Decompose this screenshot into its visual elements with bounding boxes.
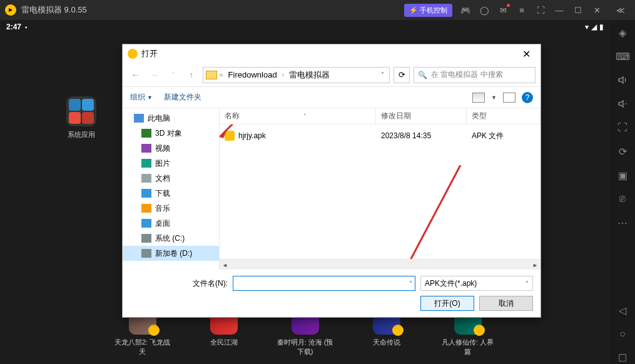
view-mode-button[interactable] bbox=[472, 93, 485, 103]
sidebar-item-icon bbox=[141, 174, 151, 183]
bolt-icon: ⚡ bbox=[409, 6, 418, 14]
breadcrumb-current[interactable]: 雷电模拟器 bbox=[287, 69, 332, 81]
view-dropdown-icon[interactable]: ▼ bbox=[491, 94, 497, 101]
preview-pane-button[interactable] bbox=[503, 93, 516, 103]
volume-up-icon[interactable] bbox=[616, 74, 629, 86]
right-toolbar: ◈ ⌨ ⛶ ⟳ ▣ ⎚ ⋯ ◁ ○ ☐ bbox=[610, 20, 635, 364]
file-list[interactable]: hjrjy.apk 2023/8/8 14:35 APK 文件 bbox=[220, 124, 541, 259]
sidebar-item-label: 3D 对象 bbox=[155, 128, 182, 139]
sidebar-item-label: 新加卷 (D:) bbox=[155, 248, 192, 259]
recent-nav-icon[interactable]: ☐ bbox=[616, 351, 629, 364]
dialog-close-button[interactable]: ✕ bbox=[517, 48, 536, 60]
mail-icon[interactable]: ✉ bbox=[494, 0, 512, 20]
refresh-button[interactable]: ⟳ bbox=[394, 67, 410, 83]
folder-icon bbox=[66, 96, 96, 126]
breadcrumb-firedownload[interactable]: Firedownload bbox=[226, 70, 280, 79]
dialog-logo-icon bbox=[128, 49, 138, 59]
sidebar-item[interactable]: 下载 bbox=[123, 186, 219, 201]
sidebar-item-icon bbox=[141, 129, 151, 138]
file-open-dialog: 打开 ✕ ← → ˅ ↑ « Firedownload › 雷电模拟器 ˅ ⟳ … bbox=[122, 44, 541, 318]
sidebar-item-icon bbox=[141, 219, 151, 228]
minimize-button[interactable]: — bbox=[550, 0, 569, 20]
help-button[interactable]: ? bbox=[522, 92, 533, 103]
volume-down-icon[interactable] bbox=[616, 98, 629, 110]
cancel-button[interactable]: 取消 bbox=[479, 296, 533, 311]
file-row[interactable]: hjrjy.apk 2023/8/8 14:35 APK 文件 bbox=[220, 128, 541, 143]
sidebar-item[interactable]: 3D 对象 bbox=[123, 126, 219, 141]
organize-button[interactable]: 组织▼ bbox=[130, 92, 153, 103]
sidebar-item-icon bbox=[141, 249, 151, 258]
android-statusbar: 2:47 ▪ ▾ ◢ ▮ bbox=[0, 20, 610, 34]
sidebar-item[interactable]: 系统 (C:) bbox=[123, 231, 219, 246]
dialog-sidebar: 此电脑3D 对象视频图片文档下载音乐桌面系统 (C:)新加卷 (D:) bbox=[123, 108, 220, 270]
filename-input[interactable]: ˅ bbox=[233, 276, 415, 291]
scroll-right-button[interactable]: ► bbox=[530, 260, 541, 270]
address-bar[interactable]: « Firedownload › 雷电模拟器 ˅ bbox=[203, 67, 390, 83]
more-icon[interactable]: ⋯ bbox=[616, 216, 629, 229]
sync-icon[interactable]: ⎚ bbox=[616, 193, 629, 205]
sidebar-item-label: 视频 bbox=[155, 143, 170, 154]
back-nav-icon[interactable]: ◁ bbox=[616, 304, 629, 316]
breadcrumb-separator: « bbox=[220, 71, 223, 78]
file-type-filter[interactable]: APK文件(*.apk) ˅ bbox=[420, 276, 533, 291]
sidebar-item[interactable]: 新加卷 (D:) bbox=[123, 246, 219, 261]
sidebar-item-label: 下载 bbox=[155, 188, 170, 199]
search-icon: 🔍 bbox=[418, 71, 427, 79]
nav-recent-dropdown[interactable]: ˅ bbox=[165, 68, 180, 83]
sidebar-item[interactable]: 图片 bbox=[123, 156, 219, 171]
sidebar-item[interactable]: 视频 bbox=[123, 141, 219, 156]
horizontal-scrollbar[interactable]: ◄ ► bbox=[220, 259, 541, 270]
new-folder-button[interactable]: 新建文件夹 bbox=[164, 92, 201, 103]
status-badge-icon: ▪ bbox=[25, 24, 28, 31]
folder-icon bbox=[206, 71, 217, 79]
phone-control-button[interactable]: ⚡ 手机控制 bbox=[404, 4, 452, 17]
column-date[interactable]: 修改日期 bbox=[376, 108, 467, 124]
gamepad-icon[interactable]: 🎮 bbox=[456, 0, 475, 20]
maximize-button[interactable]: ☐ bbox=[569, 0, 587, 20]
fullscreen-icon[interactable]: ⛶ bbox=[531, 0, 550, 20]
file-type: APK 文件 bbox=[467, 131, 541, 141]
battery-icon: ▮ bbox=[599, 23, 604, 31]
keyboard-icon[interactable]: ⌨ bbox=[616, 50, 629, 63]
user-icon[interactable]: ◯ bbox=[475, 0, 494, 20]
refresh-icon[interactable]: ⟳ bbox=[616, 145, 629, 158]
path-dropdown-button[interactable]: ˅ bbox=[378, 71, 387, 78]
apk-file-icon bbox=[225, 131, 235, 141]
collapse-sidebar-icon[interactable]: ≪ bbox=[611, 0, 630, 20]
sidebar-item-label: 音乐 bbox=[155, 203, 170, 214]
sidebar-item[interactable]: 此电脑 bbox=[123, 111, 219, 126]
sidebar-item[interactable]: 桌面 bbox=[123, 216, 219, 231]
app-logo-icon bbox=[5, 4, 16, 16]
sidebar-item-icon bbox=[141, 204, 151, 213]
sidebar-item-label: 此电脑 bbox=[148, 113, 170, 124]
column-type[interactable]: 类型 bbox=[467, 108, 541, 124]
wifi-icon: ▾ bbox=[585, 23, 589, 31]
column-headers: 名称˄ 修改日期 类型 bbox=[220, 108, 541, 124]
sidebar-item[interactable]: 文档 bbox=[123, 171, 219, 186]
dialog-titlebar: 打开 ✕ bbox=[123, 44, 541, 63]
nav-back-button[interactable]: ← bbox=[128, 68, 143, 83]
home-nav-icon[interactable]: ○ bbox=[616, 328, 629, 340]
menu-icon[interactable]: ≡ bbox=[512, 0, 531, 20]
filename-dropdown-icon[interactable]: ˅ bbox=[409, 280, 412, 287]
column-name[interactable]: 名称˄ bbox=[220, 108, 376, 124]
sidebar-item-icon bbox=[134, 114, 144, 123]
scroll-left-button[interactable]: ◄ bbox=[220, 260, 230, 270]
nav-forward-button[interactable]: → bbox=[146, 68, 161, 83]
sidebar-item-label: 桌面 bbox=[155, 218, 170, 229]
nav-up-button[interactable]: ↑ bbox=[184, 68, 199, 83]
sidebar-item[interactable]: 音乐 bbox=[123, 201, 219, 216]
multi-window-icon[interactable]: ▣ bbox=[616, 169, 629, 181]
open-button[interactable]: 打开(O) bbox=[420, 296, 474, 311]
close-button[interactable]: ✕ bbox=[587, 0, 606, 20]
sidebar-item-icon bbox=[141, 144, 151, 153]
system-apps-folder[interactable]: 系统应用 bbox=[63, 96, 100, 139]
filter-dropdown-icon[interactable]: ˅ bbox=[526, 280, 529, 287]
dialog-nav-bar: ← → ˅ ↑ « Firedownload › 雷电模拟器 ˅ ⟳ 🔍 在 雷… bbox=[123, 63, 541, 87]
annotation-arrow-2 bbox=[395, 165, 464, 259]
locate-icon[interactable]: ◈ bbox=[616, 26, 629, 39]
fullscreen-toggle-icon[interactable]: ⛶ bbox=[616, 121, 629, 134]
app-label: 系统应用 bbox=[63, 130, 100, 139]
sort-indicator-icon: ˄ bbox=[303, 113, 307, 119]
search-input[interactable]: 🔍 在 雷电模拟器 中搜索 bbox=[414, 67, 536, 83]
